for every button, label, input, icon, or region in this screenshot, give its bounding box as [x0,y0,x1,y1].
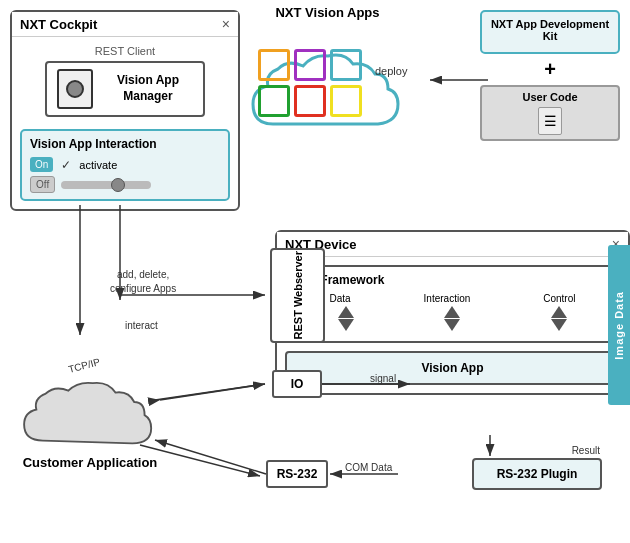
square-2 [294,49,326,81]
toggle-on-button[interactable]: On [30,157,53,172]
colored-squares-grid [258,49,362,117]
vai-panel: Vision App Interaction On ✓ activate Off [20,129,230,201]
rest-client-section: REST Client Vision App Manager [12,37,238,125]
rest-client-label: REST Client [20,45,230,57]
vision-app-row: Vision App [285,351,620,385]
activate-label: activate [79,159,117,171]
customer-app-label: Customer Application [10,455,170,470]
nxt-va-label: NXT Vision Apps [230,5,425,20]
adk-box: NXT App Development Kit [480,10,620,54]
vision-app-manager-box: Vision App Manager [45,61,205,117]
vision-apps-cloud [243,24,413,144]
slider-row: Off [30,176,220,193]
image-data-text: Image Data [613,291,625,360]
square-4 [258,85,290,117]
rest-ws-label: REST Webserver [292,251,304,339]
deploy-label: deploy [375,65,407,77]
customer-app-section: Customer Application [10,370,170,470]
signal-label: signal [370,373,396,384]
nxt-cockpit-box: NXT Cockpit × REST Client Vision App Man… [10,10,240,211]
arrow-up-2 [444,306,460,318]
device-inner: NXT Framework Data Interaction Control [277,257,628,393]
square-5 [294,85,326,117]
control-label: Control [543,293,575,304]
data-control-row: Data Interaction Control [293,293,612,304]
interaction-label-inner: Interaction [424,293,471,304]
cockpit-title-bar: NXT Cockpit × [12,12,238,37]
nxt-framework-box: NXT Framework Data Interaction Control [285,265,620,343]
vai-title: Vision App Interaction [30,137,220,151]
customer-cloud-svg [15,370,165,450]
vai-controls: On ✓ activate [30,157,220,172]
cockpit-title: NXT Cockpit [20,17,97,32]
adk-title: NXT App Development Kit [490,18,610,42]
interact-label: interact [125,320,158,331]
square-3 [330,49,362,81]
vision-app-box: Vision App [285,351,620,385]
square-1 [258,49,290,81]
device-title-bar: NXT Device × [277,232,628,257]
user-code-label: User Code [490,91,610,103]
nxt-fw-title: NXT Framework [293,273,612,287]
arrow-down-2 [444,319,460,331]
arrow-down-1 [338,319,354,331]
image-data-bar: Image Data [608,245,630,405]
arrow-pair-2 [444,306,460,331]
arrow-up-1 [338,306,354,318]
document-icon: ☰ [538,107,562,135]
camera-lens [66,80,84,98]
arrow-pair-1 [338,306,354,331]
result-label: Result [572,445,600,456]
camera-icon [57,69,93,109]
slider-thumb [111,178,125,192]
arrow-down-3 [551,319,567,331]
user-code-box: User Code ☰ [480,85,620,141]
checkmark-icon: ✓ [61,158,71,172]
arrow-pair-3 [551,306,567,331]
slider-track[interactable] [61,181,151,189]
data-label: Data [329,293,350,304]
add-delete-configure-label: add, delete, configure Apps [110,268,176,296]
io-box: IO [272,370,322,398]
square-6 [330,85,362,117]
nxt-device-box: NXT Device × NXT Framework Data Interact… [275,230,630,395]
cockpit-close-button[interactable]: × [222,16,230,32]
rest-webserver-box: REST Webserver [270,248,325,343]
toggle-off-button[interactable]: Off [30,176,55,193]
arrows-row [293,306,612,331]
rs232-box: RS-232 [266,460,328,488]
manager-label: Vision App Manager [103,73,193,104]
com-data-label: COM Data [345,462,392,473]
plus-sign: + [480,58,620,81]
arrow-up-3 [551,306,567,318]
rs232-plugin-box: RS-232 Plugin [472,458,602,490]
nxt-adk-section: NXT App Development Kit + User Code ☰ [480,10,620,141]
